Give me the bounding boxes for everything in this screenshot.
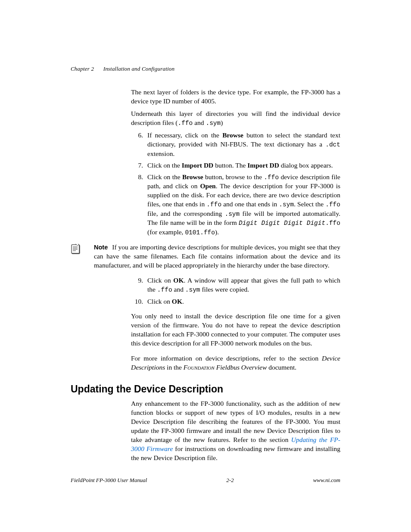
code-text: .ffo — [157, 286, 172, 293]
code-text: .ffo — [206, 201, 221, 208]
paragraph: The next layer of folders is the device … — [131, 88, 340, 106]
step-10: 10. Click on OK. — [131, 297, 340, 306]
step-number: 8. — [131, 173, 147, 237]
ui-label: OK — [173, 277, 184, 284]
text: extension. — [147, 150, 174, 157]
ordered-steps-cont: 9. Click on OK. A window will appear tha… — [131, 276, 340, 306]
code-text: .sym — [185, 286, 200, 293]
page-footer: FieldPoint FP-3000 User Manual 2-2 www.n… — [71, 477, 340, 484]
text: Click on — [147, 277, 173, 284]
reference-title: Fieldbus Overview — [215, 364, 267, 371]
text: Underneath this layer of directories you… — [131, 110, 340, 126]
code-text: .dct — [325, 141, 340, 148]
text: Click on the — [147, 173, 182, 180]
paragraph: Any enhancement to the FP-3000 functiona… — [131, 399, 340, 462]
text: You only need to install the device desc… — [131, 312, 340, 347]
text: If you are importing device descriptions… — [94, 243, 340, 269]
text: files were copied. — [200, 286, 249, 293]
ordered-steps: 6. If necessary, click on the Browse but… — [131, 131, 340, 237]
text: in the — [165, 364, 184, 371]
text: ). — [215, 228, 219, 236]
footer-manual-title: FieldPoint FP-3000 User Manual — [71, 477, 147, 484]
code-text: Digit Digit Digit Digit — [239, 220, 325, 227]
footer-page-number: 2-2 — [226, 477, 234, 484]
step-number: 6. — [131, 131, 147, 158]
text: (for example, — [147, 228, 185, 236]
page-body: Chapter 2 Installation and Configuration… — [0, 0, 411, 462]
note-label: Note — [94, 244, 108, 251]
note-text: NoteIf you are importing device descript… — [94, 243, 340, 270]
ui-label: Import DD — [247, 162, 279, 169]
ui-label: Browse — [222, 131, 243, 139]
text: The next layer of folders is the device … — [131, 88, 340, 105]
step-7: 7. Click on the Import DD button. The Im… — [131, 161, 340, 170]
paragraph: For more information on device descripti… — [131, 354, 340, 372]
text: For more information on device descripti… — [131, 355, 322, 362]
svg-rect-1 — [72, 245, 79, 253]
text: and one that ends in — [221, 200, 279, 208]
running-header: Chapter 2 Installation and Configuration — [71, 65, 340, 72]
step-text: Click on the Import DD button. The Impor… — [147, 161, 340, 170]
note-icon — [68, 243, 91, 255]
ui-label: OK — [172, 298, 182, 305]
text: . — [182, 298, 184, 305]
code-text: 0101.ffo — [185, 229, 215, 236]
ui-label: Import DD — [182, 162, 214, 169]
ui-label: Browse — [182, 173, 203, 180]
text: . Select the — [294, 200, 325, 208]
code-text: .ffo — [325, 220, 340, 227]
text: button. The — [213, 162, 247, 169]
code-text: .sym — [279, 201, 294, 208]
step-9: 9. Click on OK. A window will appear tha… — [131, 276, 340, 294]
intro-block: The next layer of folders is the device … — [131, 88, 340, 128]
ui-label: Open — [200, 182, 216, 190]
code-text: .ffo — [177, 120, 193, 127]
text: and — [172, 286, 185, 293]
text: document. — [267, 364, 296, 371]
text: Click on the — [147, 162, 182, 169]
section-heading: Updating the Device Description — [71, 383, 340, 395]
footer-url: www.ni.com — [313, 477, 340, 484]
step-number: 7. — [131, 161, 147, 170]
step-8: 8. Click on the Browse button, browse to… — [131, 173, 340, 237]
code-text: .ffo — [325, 201, 340, 208]
text: file, and the corresponding — [147, 210, 224, 217]
text: If necessary, click on the — [147, 131, 222, 139]
note-block: NoteIf you are importing device descript… — [68, 243, 340, 270]
step-text: Click on the Browse button, browse to th… — [147, 173, 340, 237]
step-number: 10. — [131, 297, 147, 306]
text: Click on — [147, 298, 172, 305]
step-text: Click on OK. — [147, 297, 340, 306]
step-6: 6. If necessary, click on the Browse but… — [131, 131, 340, 158]
paragraph: You only need to install the device desc… — [131, 312, 340, 348]
code-text: .sym — [206, 120, 221, 127]
text: button, browse to the — [203, 173, 264, 180]
step-text: Click on OK. A window will appear that g… — [147, 276, 340, 294]
chapter-title: Installation and Configuration — [103, 65, 175, 72]
code-text: .sym — [224, 211, 240, 218]
text: ) — [221, 119, 223, 126]
chapter-number: Chapter 2 — [71, 65, 94, 72]
step-text: If necessary, click on the Browse button… — [147, 131, 340, 158]
text: dialog box appears. — [279, 162, 333, 169]
step-number: 9. — [131, 276, 147, 294]
paragraph: Underneath this layer of directories you… — [131, 109, 340, 128]
reference-title: Foundation — [184, 364, 215, 371]
code-text: .ffo — [264, 174, 279, 181]
text: and — [193, 119, 206, 126]
